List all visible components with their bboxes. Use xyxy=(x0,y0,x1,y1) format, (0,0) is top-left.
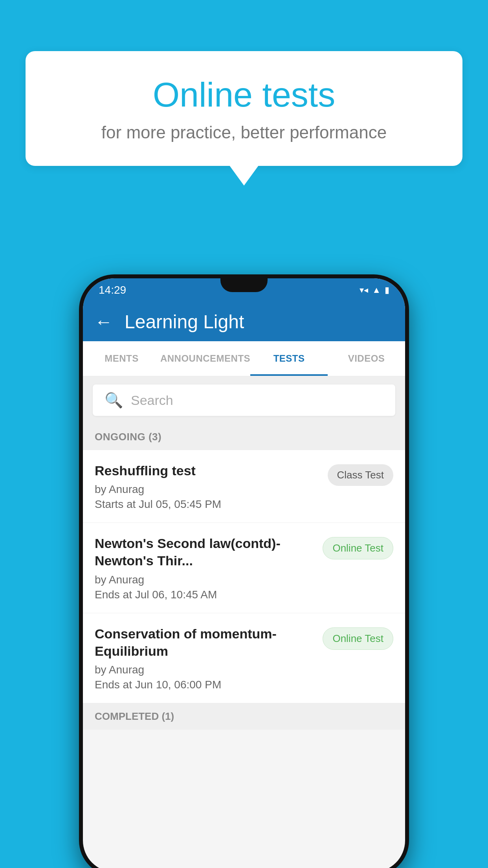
app-bar-title: Learning Light xyxy=(125,311,244,333)
test-badge-1: Class Test xyxy=(328,464,393,486)
tab-videos[interactable]: VIDEOS xyxy=(328,341,405,376)
ongoing-label: ONGOING (3) xyxy=(95,431,161,443)
completed-section-header: COMPLETED (1) xyxy=(83,703,405,730)
test-info-3: Conservation of momentum-Equilibrium by … xyxy=(95,625,315,691)
search-icon: 🔍 xyxy=(105,392,123,409)
test-item-1[interactable]: Reshuffling test by Anurag Starts at Jul… xyxy=(83,450,405,523)
tabs-bar: MENTS ANNOUNCEMENTS TESTS VIDEOS xyxy=(83,341,405,377)
phone-notch xyxy=(220,278,268,292)
tab-assignments[interactable]: MENTS xyxy=(83,341,160,376)
test-title-2: Newton's Second law(contd)-Newton's Thir… xyxy=(95,535,315,569)
search-bar[interactable]: 🔍 Search xyxy=(93,384,395,416)
ongoing-section-header: ONGOING (3) xyxy=(83,424,405,450)
test-title-1: Reshuffling test xyxy=(95,462,320,479)
status-bar-icons: ▾◂ ▲ ▮ xyxy=(360,285,389,295)
speech-bubble-subtitle: for more practice, better performance xyxy=(57,123,431,142)
completed-label: COMPLETED (1) xyxy=(95,710,174,722)
test-info-1: Reshuffling test by Anurag Starts at Jul… xyxy=(95,462,320,511)
test-item-3[interactable]: Conservation of momentum-Equilibrium by … xyxy=(83,613,405,703)
battery-icon: ▮ xyxy=(385,285,389,295)
signal-icon: ▲ xyxy=(372,285,381,295)
test-time-2: Ends at Jul 06, 10:45 AM xyxy=(95,588,315,601)
speech-bubble-title: Online tests xyxy=(57,75,431,115)
phone-frame: 14:29 ▾◂ ▲ ▮ ← Learning Light MENTS ANNO… xyxy=(79,274,409,868)
phone-screen: 14:29 ▾◂ ▲ ▮ ← Learning Light MENTS ANNO… xyxy=(83,278,405,868)
speech-bubble-container: Online tests for more practice, better p… xyxy=(26,51,462,166)
test-time-1: Starts at Jul 05, 05:45 PM xyxy=(95,498,320,511)
test-author-1: by Anurag xyxy=(95,483,320,496)
test-badge-3: Online Test xyxy=(323,627,393,650)
search-input-placeholder: Search xyxy=(131,393,173,408)
test-title-3: Conservation of momentum-Equilibrium xyxy=(95,625,315,660)
test-badge-2: Online Test xyxy=(323,537,393,559)
back-button[interactable]: ← xyxy=(95,313,113,331)
test-author-3: by Anurag xyxy=(95,664,315,676)
tab-announcements[interactable]: ANNOUNCEMENTS xyxy=(160,341,250,376)
test-item-2[interactable]: Newton's Second law(contd)-Newton's Thir… xyxy=(83,523,405,613)
test-author-2: by Anurag xyxy=(95,574,315,586)
wifi-icon: ▾◂ xyxy=(360,285,368,295)
test-time-3: Ends at Jun 10, 06:00 PM xyxy=(95,679,315,691)
app-bar: ← Learning Light xyxy=(83,302,405,341)
tab-tests[interactable]: TESTS xyxy=(250,341,328,376)
status-bar-time: 14:29 xyxy=(99,284,126,296)
test-list: Reshuffling test by Anurag Starts at Jul… xyxy=(83,450,405,703)
test-info-2: Newton's Second law(contd)-Newton's Thir… xyxy=(95,535,315,601)
speech-bubble: Online tests for more practice, better p… xyxy=(26,51,462,166)
search-bar-container: 🔍 Search xyxy=(83,377,405,424)
